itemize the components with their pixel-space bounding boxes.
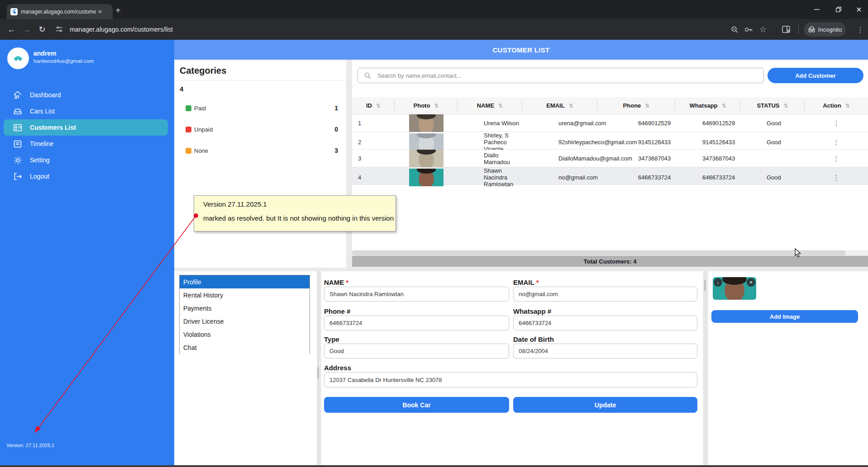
window-bottom-edge (0, 465, 868, 467)
cell-photo (395, 150, 458, 167)
avatar[interactable] (7, 47, 29, 69)
tab-rental-history[interactable]: Rental History (180, 288, 310, 302)
cell-name: Diallo Mamadou (458, 152, 522, 165)
total-customers-label: Total Customers: 4 (584, 258, 637, 265)
tab-close-icon[interactable]: ✕ (98, 9, 102, 15)
zoom-icon[interactable] (728, 23, 741, 36)
cell-id: 2 (352, 139, 395, 146)
cell-email: no@gmail.com (522, 174, 597, 181)
cell-status: Good (740, 139, 805, 146)
sidebar-item-setting[interactable]: Setting (0, 152, 174, 168)
row-actions-icon[interactable]: ⋮ (805, 138, 868, 146)
column-header-id[interactable]: ID⇅ (352, 97, 395, 114)
sidebar-item-timeline[interactable]: Timeline (0, 136, 174, 152)
cell-id: 1 (352, 120, 395, 127)
key-icon[interactable] (742, 23, 755, 36)
flutter-favicon (10, 8, 18, 15)
cell-photo (395, 133, 458, 151)
sort-icon[interactable]: ⇅ (784, 103, 788, 109)
back-icon[interactable]: ← (4, 25, 19, 34)
browser-menu-icon[interactable]: ⋮ (854, 23, 867, 36)
browser-tab[interactable]: manager.alugago.com/custome ✕ (7, 4, 113, 19)
sort-icon[interactable]: ⇅ (434, 103, 439, 109)
tab-chat[interactable]: Chat (180, 341, 310, 354)
address-field[interactable] (324, 372, 697, 387)
sidebar-item-customers-list[interactable]: Customers List (4, 119, 168, 136)
add-customer-button[interactable]: Add Customer (768, 68, 863, 83)
column-header-status[interactable]: STATUS⇅ (740, 97, 805, 114)
category-row-unpaid[interactable]: Unpaid 0 (174, 125, 346, 134)
sort-icon[interactable]: ⇅ (722, 103, 726, 109)
type-field[interactable] (324, 344, 509, 359)
panel-divider[interactable] (705, 271, 706, 465)
search-input[interactable] (377, 72, 739, 80)
reload-icon[interactable]: ↻ (34, 24, 50, 34)
sort-icon[interactable]: ⇅ (569, 103, 573, 109)
row-actions-icon[interactable]: ⋮ (805, 155, 868, 163)
row-actions-icon[interactable]: ⋮ (805, 119, 868, 127)
email-field[interactable] (513, 287, 697, 302)
sort-icon[interactable]: ⇅ (645, 103, 649, 109)
remove-image-icon[interactable]: ✕ (747, 278, 755, 287)
phone-field[interactable] (324, 316, 509, 330)
name-label: NAME* (324, 278, 348, 286)
column-header-whatsapp[interactable]: Whatsapp⇅ (675, 97, 740, 114)
table-row[interactable]: 3 Diallo Mamadou DialloMamadou@gmail.com… (352, 150, 868, 167)
window-minimize-icon[interactable] (808, 0, 826, 19)
home-icon (13, 91, 23, 99)
tab-profile[interactable]: Profile (180, 275, 310, 288)
add-image-button[interactable]: Add Image (711, 310, 858, 323)
table-row-selected[interactable]: 4 Shawn Nacindra Ramlowtan no@gmail.com … (352, 167, 868, 185)
column-header-photo[interactable]: Photo⇅ (395, 97, 458, 114)
table-row[interactable]: 1 Urena Wilson urena@gmail.com 646901252… (352, 114, 868, 132)
total-customers-bar: Total Customers: 4 (352, 256, 868, 267)
tab-driver-license[interactable]: Driver License (180, 315, 310, 328)
tab-violations[interactable]: Violations (180, 328, 310, 341)
cell-status: Good (740, 174, 805, 181)
paid-swatch (186, 105, 191, 111)
forward-icon[interactable]: → (19, 25, 34, 34)
tab-payments[interactable]: Payments (180, 302, 310, 315)
category-row-none[interactable]: None 3 (174, 146, 346, 156)
side-panel-icon[interactable] (779, 23, 793, 36)
window-restore-icon[interactable] (830, 0, 848, 19)
name-field[interactable] (324, 287, 509, 302)
new-tab-icon[interactable]: + (115, 6, 121, 15)
column-header-email[interactable]: EMAIL⇅ (522, 97, 597, 114)
row-actions-icon[interactable]: ⋮ (805, 174, 868, 182)
url-text[interactable]: manager.alugago.com/customers/list (70, 26, 173, 33)
book-car-button[interactable]: Book Car (324, 397, 509, 413)
update-button[interactable]: Update (513, 397, 697, 413)
whatsapp-label: Whatsapp # (513, 307, 551, 315)
categories-total: 4 (180, 85, 183, 93)
sidebar-item-label: Logout (30, 173, 49, 180)
cell-whatsapp: 6469012529 (675, 120, 740, 127)
sort-icon[interactable]: ⇅ (376, 103, 381, 109)
sidebar-item-dashboard[interactable]: Dashboard (0, 87, 174, 103)
column-header-phone[interactable]: Phone⇅ (597, 97, 675, 114)
phone-label: Phone # (324, 307, 350, 315)
download-icon[interactable]: ↓ (714, 278, 722, 287)
table-row[interactable]: 2 Shirley, S Pacheco Vicente 92shirleypa… (352, 132, 868, 150)
whatsapp-field[interactable] (513, 316, 697, 330)
customer-photo-preview: ↓ ✕ (713, 277, 756, 300)
dob-field[interactable] (513, 344, 697, 359)
category-count: 1 (334, 104, 338, 112)
scrollbar-thumb[interactable] (352, 250, 845, 255)
sort-icon[interactable]: ⇅ (498, 103, 503, 109)
column-header-action[interactable]: Action⇅ (805, 97, 868, 114)
sidebar-item-cars-list[interactable]: Cars List (0, 103, 174, 119)
window-close-icon[interactable]: ✕ (850, 0, 868, 19)
divider-handle[interactable] (704, 279, 706, 291)
divider-handle[interactable] (317, 367, 319, 379)
site-info-icon[interactable] (52, 23, 66, 36)
sidebar-item-logout[interactable]: Logout (0, 168, 174, 184)
category-row-paid[interactable]: Paid 1 (174, 104, 346, 113)
column-header-name[interactable]: NAME⇅ (458, 97, 522, 114)
sort-icon[interactable]: ⇅ (845, 103, 850, 109)
horizontal-scrollbar[interactable] (352, 250, 868, 256)
search-box (358, 68, 764, 83)
cell-id: 4 (352, 174, 395, 181)
customer-table-panel: Add Customer ID⇅ Photo⇅ NAME⇅ EMAIL⇅ Pho… (352, 60, 868, 250)
bookmark-star-icon[interactable]: ☆ (756, 23, 770, 36)
